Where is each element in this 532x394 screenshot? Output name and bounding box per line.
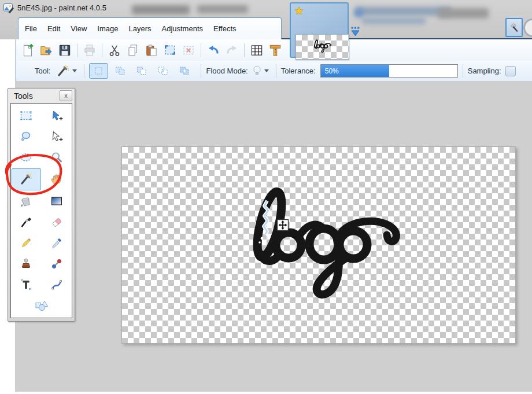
redo-arrow-icon [224,43,239,58]
selection-mode-replace[interactable] [89,63,108,79]
tool-text[interactable] [11,274,42,295]
tool-lasso-select[interactable] [11,126,42,147]
replace-mode-icon [93,66,105,76]
thumbnail-logo-art [296,35,348,58]
shapes-icon [34,299,49,312]
paintbrush-icon [19,215,33,229]
tool-eraser[interactable] [42,212,72,233]
tools-palette-title: Tools [14,91,60,101]
save-floppy-icon [57,43,72,58]
tool-shapes[interactable] [11,295,72,316]
open-button[interactable] [38,42,54,58]
new-file-icon [20,43,35,58]
tools-window-toggle[interactable] [505,18,523,37]
tolerance-slider[interactable]: 50% [320,64,458,78]
image-tab-logo[interactable] [290,2,349,58]
tool-dropdown-caret[interactable] [72,69,77,72]
intersect-mode-icon [157,66,169,76]
ellipse-select-icon [19,150,33,164]
save-button[interactable] [57,42,73,58]
open-folder-icon [39,43,54,58]
selection-mode-invert[interactable] [175,63,194,79]
paste-button[interactable] [143,42,160,58]
tools-palette-titlebar[interactable]: Tools x [8,89,75,103]
zoom-magnifier-icon [50,150,64,164]
image-canvas[interactable] [121,146,516,344]
redo-button[interactable] [224,42,240,58]
tool-clone-stamp[interactable] [11,253,42,274]
tool-line-curve[interactable] [42,274,72,295]
tool-pencil[interactable] [11,233,42,253]
gradient-icon [50,194,64,208]
lasso-select-icon [19,130,33,143]
tool-pan[interactable] [42,168,72,189]
menu-bar: File Edit View Image Layers Adjustments … [18,17,282,39]
cut-scissors-icon [107,43,122,58]
eraser-icon [50,215,64,229]
undo-arrow-icon [206,43,221,58]
toolbar-separator [201,43,201,57]
cut-button[interactable] [106,42,123,58]
toolbar-separator [102,43,102,57]
toolbar-separator [77,43,77,57]
flood-mode-dropdown-caret[interactable] [264,69,269,72]
deselect-button[interactable] [180,42,197,58]
tool-magic-wand[interactable] [12,168,41,190]
redacted-blur [356,7,451,16]
image-list-dropdown[interactable] [350,27,361,37]
menu-view[interactable]: View [65,24,92,33]
redacted-blur [132,5,190,14]
deselect-icon [181,43,196,58]
sampling-option-button[interactable] [505,66,516,76]
options-separator [276,64,276,78]
tool-zoom[interactable] [42,147,72,168]
redacted-blur [362,17,426,24]
invert-mode-icon [179,66,190,76]
flood-mode-label: Flood Mode: [206,67,247,75]
menu-file[interactable]: File [20,24,42,33]
image-thumbnail [295,34,349,60]
copy-button[interactable] [125,42,141,58]
menu-image[interactable]: Image [92,24,123,33]
move-cursor-icon [278,220,289,231]
options-separator [84,64,84,78]
options-separator [463,64,463,78]
menu-adjustments[interactable]: Adjustments [156,24,208,33]
toggle-rulers-button[interactable] [267,42,283,58]
tools-grid [10,103,72,318]
menu-effects[interactable]: Effects [208,24,242,33]
tool-gradient[interactable] [42,191,72,212]
close-icon: x [64,93,68,99]
selection-mode-union[interactable] [110,63,130,79]
print-button[interactable] [82,42,98,58]
tool-move-selected-pixels[interactable] [42,105,72,126]
tool-paintbrush[interactable] [11,212,42,233]
print-icon [82,43,97,58]
magic-wand-icon [19,172,33,186]
tool-paint-bucket[interactable] [11,191,42,212]
tool-recolor[interactable] [42,253,72,274]
pan-hand-icon [50,171,64,185]
subtract-mode-icon [136,66,147,76]
tool-ellipse-select[interactable] [11,147,42,168]
tool-move-selection[interactable] [42,126,72,147]
new-image-button[interactable] [20,42,36,58]
color-picker-icon [50,236,64,250]
tool-color-picker[interactable] [42,233,72,253]
main-toolbar [15,39,532,61]
redacted-blur [438,8,489,19]
union-mode-icon [114,66,126,76]
selection-mode-subtract[interactable] [132,63,151,79]
menu-layers[interactable]: Layers [123,24,156,33]
menu-edit[interactable]: Edit [42,24,65,33]
toggle-grid-button[interactable] [249,42,265,58]
tools-palette-close-button[interactable]: x [60,90,72,101]
undo-button[interactable] [205,42,221,58]
crop-to-selection-button[interactable] [162,42,178,58]
clone-stamp-icon [19,257,33,271]
tool-rectangle-select[interactable] [11,105,42,126]
flood-mode-bulb-icon [252,65,262,76]
selection-mode-intersect[interactable] [153,63,172,79]
redacted-blur [197,5,248,13]
redacted-blur [354,8,363,17]
